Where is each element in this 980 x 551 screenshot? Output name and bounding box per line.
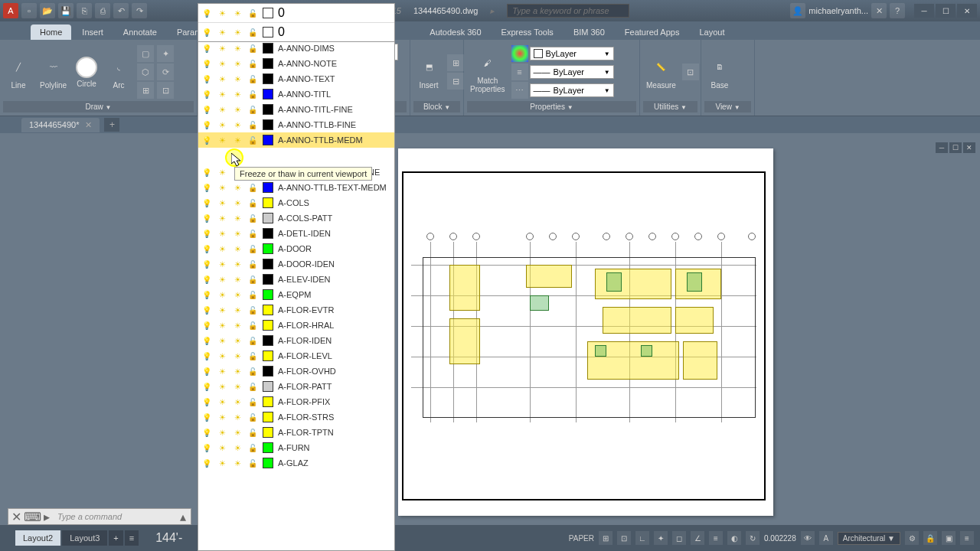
vpfreeze-icon[interactable]: ☀ — [232, 73, 243, 84]
freeze-icon[interactable]: ☀ — [217, 43, 227, 54]
bulb-icon[interactable]: 💡 — [201, 8, 212, 18]
layer-row[interactable]: 💡☀☀🔓A-FLOR-PFIX — [198, 394, 394, 409]
match-properties-button[interactable]: 🖌Match Properties — [467, 49, 508, 95]
bulb-icon[interactable]: 💡 — [201, 350, 212, 361]
modify-small-3[interactable]: ⊡ — [157, 82, 174, 99]
freeze-icon[interactable]: ☀ — [217, 381, 227, 392]
bulb-icon[interactable]: 💡 — [201, 442, 212, 453]
layer-row[interactable]: 💡☀☀🔓A-FLOR-EVTR — [198, 302, 394, 318]
lock-icon[interactable]: 🔓 — [247, 381, 258, 392]
lock-icon[interactable]: 🔓 — [247, 350, 258, 361]
color-swatch[interactable] — [263, 104, 273, 115]
ortho-icon[interactable]: ∟ — [635, 531, 649, 545]
vpfreeze-icon[interactable]: ☀ — [232, 412, 243, 422]
anno-icon[interactable]: 👁 — [801, 531, 815, 545]
lock-icon[interactable]: 🔓 — [247, 274, 258, 285]
layer-row[interactable]: 💡☀☀🔓A-COLS — [198, 195, 394, 210]
snap-icon[interactable]: ⊡ — [617, 531, 631, 545]
base-button[interactable]: 🗎Base — [704, 54, 735, 91]
color-swatch[interactable] — [263, 197, 273, 208]
freeze-icon[interactable]: ☀ — [217, 427, 227, 438]
tab-a360[interactable]: Autodesk 360 — [420, 24, 490, 40]
bulb-icon[interactable]: 💡 — [201, 119, 212, 130]
polar-icon[interactable]: ✦ — [654, 531, 668, 545]
layer-row[interactable]: 💡☀☀🔓A-ANNO-TITL-FINE — [198, 102, 394, 117]
layer-dropdown[interactable]: 💡☀☀🔓A-ANNO-DIMS💡☀☀🔓A-ANNO-NOTE💡☀☀🔓A-ANNO… — [198, 40, 395, 551]
minimize-button[interactable]: ─ — [914, 4, 934, 18]
freeze-icon[interactable]: ☀ — [217, 366, 227, 377]
bulb-icon[interactable]: 💡 — [201, 320, 212, 331]
lock-icon[interactable]: 🔓 — [247, 8, 258, 18]
bulb-icon[interactable]: 💡 — [201, 243, 212, 254]
freeze-icon[interactable]: ☀ — [217, 350, 227, 361]
layer-header-row[interactable]: 💡 ☀ ☀ 🔓 0 — [198, 4, 394, 23]
bulb-icon[interactable]: 💡 — [201, 412, 212, 422]
vpfreeze-icon[interactable]: ☀ — [232, 396, 243, 407]
bulb-icon[interactable]: 💡 — [201, 213, 212, 223]
layer-row[interactable]: 💡☀☀🔓A-DOOR — [198, 241, 394, 256]
bulb-icon[interactable]: 💡 — [201, 396, 212, 407]
freeze-icon[interactable]: ☀ — [217, 119, 227, 130]
vpfreeze-icon[interactable]: ☀ — [232, 320, 243, 331]
color-swatch[interactable] — [263, 8, 273, 18]
lock-icon[interactable]: 🔓 — [247, 412, 258, 422]
freeze-icon[interactable]: ☀ — [217, 27, 227, 37]
layer-row[interactable]: 💡☀☀🔓A-ANNO-TEXT — [198, 71, 394, 86]
insert-button[interactable]: ⬒Insert — [413, 54, 444, 91]
vpfreeze-icon[interactable]: ☀ — [232, 58, 243, 69]
layout-tab[interactable]: Layout3 — [62, 530, 107, 546]
draw-small-2[interactable]: ⬡ — [137, 64, 154, 80]
otrack-icon[interactable]: ∠ — [691, 531, 704, 545]
saveas-icon[interactable]: ⎘ — [77, 3, 92, 18]
lock-icon[interactable]: 🔓 — [247, 442, 258, 453]
freeze-icon[interactable]: ☀ — [217, 89, 227, 99]
exchange-icon[interactable]: ✕ — [871, 3, 887, 18]
color-swatch[interactable] — [263, 305, 273, 315]
vpfreeze-icon[interactable]: ☀ — [232, 135, 243, 145]
bulb-icon[interactable]: 💡 — [201, 167, 212, 178]
command-input[interactable]: Type a command — [54, 512, 175, 521]
layer-row[interactable]: 💡☀☀🔓A-DOOR-IDEN — [198, 256, 394, 272]
layer-row[interactable]: 💡☀☀🔓A-FLOR-STRS — [198, 409, 394, 425]
color-swatch[interactable] — [263, 381, 273, 392]
line-button[interactable]: ╱Line — [3, 54, 34, 91]
lock-icon[interactable]: 🔓 — [247, 197, 258, 208]
layer-row[interactable]: 💡☀☀🔓A-COLS-PATT — [198, 210, 394, 226]
lock-icon[interactable]: 🔓 — [247, 213, 258, 223]
vpfreeze-icon[interactable]: ☀ — [232, 442, 243, 453]
user-label[interactable]: michaelryanth... — [808, 6, 868, 15]
vpfreeze-icon[interactable]: ☀ — [232, 366, 243, 377]
freeze-icon[interactable]: ☀ — [217, 213, 227, 223]
command-line[interactable]: ✕ ⌨ ▸ Type a command ▴ — [8, 508, 191, 525]
layer-row[interactable]: 💡☀☀🔓A-FLOR-HRAL — [198, 318, 394, 333]
vpfreeze-icon[interactable]: ☀ — [232, 458, 243, 468]
bulb-icon[interactable]: 💡 — [201, 104, 212, 115]
vpfreeze-icon[interactable]: ☀ — [232, 43, 243, 54]
freeze-icon[interactable]: ☀ — [217, 104, 227, 115]
bulb-icon[interactable]: 💡 — [201, 27, 212, 37]
close-icon[interactable]: ✕ — [85, 120, 92, 130]
lweight-icon[interactable]: ≡ — [511, 64, 528, 80]
block-small-2[interactable]: ⊟ — [447, 73, 464, 90]
vpfreeze-icon[interactable]: ☀ — [232, 182, 243, 193]
vpfreeze-icon[interactable]: ☀ — [232, 427, 243, 438]
lock-icon[interactable]: 🔓 — [247, 182, 258, 193]
freeze-icon[interactable]: ☀ — [217, 228, 227, 239]
color-swatch[interactable] — [263, 213, 273, 223]
vpfreeze-icon[interactable]: ☀ — [232, 27, 243, 37]
bulb-icon[interactable]: 💡 — [201, 259, 212, 269]
color-swatch[interactable] — [263, 335, 273, 346]
freeze-icon[interactable]: ☀ — [217, 320, 227, 331]
bulb-icon[interactable]: 💡 — [201, 73, 212, 84]
lock-icon[interactable]: 🔓 — [247, 335, 258, 346]
transp-icon[interactable]: ◐ — [727, 531, 741, 545]
drawing-area[interactable]: ─ ☐ ✕ — [0, 133, 980, 525]
vpfreeze-icon[interactable]: ☀ — [232, 89, 243, 99]
freeze-icon[interactable]: ☀ — [217, 259, 227, 269]
vpfreeze-icon[interactable]: ☀ — [232, 8, 243, 18]
layer-row[interactable]: 💡☀☀🔓A-FLOR-IDEN — [198, 333, 394, 348]
freeze-icon[interactable]: ☀ — [217, 8, 227, 18]
color-swatch[interactable] — [263, 119, 273, 130]
color-swatch[interactable] — [263, 89, 273, 99]
layer-row[interactable]: 💡☀☀🔓A-ANNO-DIMS — [198, 41, 394, 56]
